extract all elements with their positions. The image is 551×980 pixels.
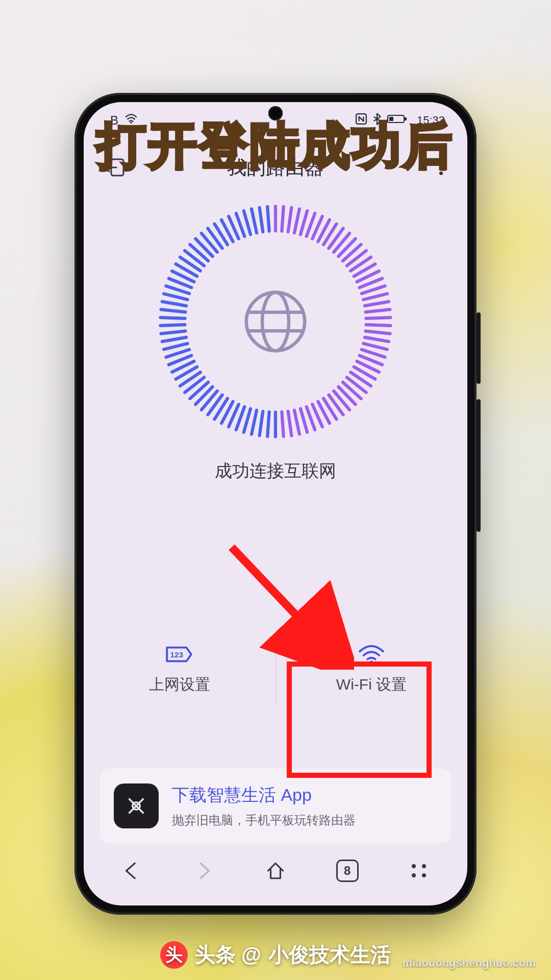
svg-line-53	[260, 411, 263, 436]
svg-line-93	[252, 209, 257, 233]
svg-line-31	[365, 337, 389, 341]
svg-line-52	[267, 412, 269, 436]
svg-line-75	[161, 309, 186, 312]
svg-line-95	[267, 207, 269, 231]
nav-menu-button[interactable]	[404, 855, 435, 886]
svg-line-49	[288, 411, 292, 436]
svg-line-55	[244, 409, 251, 432]
svg-line-70	[164, 344, 188, 350]
svg-line-71	[162, 337, 186, 341]
tile-label: 上网设置	[149, 674, 210, 695]
promo-card[interactable]: 下载智慧生活 App 抛弃旧电脑，手机平板玩转路由器	[99, 768, 452, 844]
annotation-highlight-box	[287, 662, 432, 778]
svg-text:123: 123	[170, 650, 183, 658]
phone-screen: B 15:33 我的	[84, 102, 467, 905]
svg-point-97	[262, 292, 289, 351]
svg-line-25	[363, 293, 387, 300]
svg-line-76	[162, 302, 186, 306]
svg-line-10	[300, 211, 307, 234]
watermark-text: miaodongshenghuo.com	[402, 957, 536, 970]
svg-line-7	[282, 207, 283, 231]
connection-status-text: 成功连接互联网	[215, 459, 336, 483]
svg-point-96	[246, 292, 305, 351]
credit-prefix: 头条 @	[195, 941, 261, 969]
globe-icon	[242, 288, 309, 355]
svg-line-74	[161, 317, 185, 318]
nav-home-button[interactable]	[260, 855, 291, 886]
toutiao-logo-icon: 头	[160, 941, 188, 969]
annotation-arrow	[221, 537, 354, 670]
app-icon	[114, 783, 159, 828]
svg-line-26	[365, 302, 389, 306]
internet-settings-icon: 123	[165, 644, 194, 665]
svg-line-77	[164, 293, 188, 300]
credit-author: 小俊技术生活	[268, 941, 391, 969]
svg-line-94	[260, 208, 263, 232]
browser-nav-bar: 8	[84, 844, 467, 905]
svg-line-50	[282, 412, 283, 436]
svg-line-47	[300, 409, 307, 432]
svg-line-24	[362, 286, 385, 293]
svg-line-48	[294, 410, 299, 434]
svg-line-72	[161, 331, 186, 334]
svg-line-29	[366, 325, 390, 326]
promo-title: 下载智慧生活 App	[172, 783, 356, 807]
nav-back-button[interactable]	[116, 855, 147, 886]
svg-line-92	[244, 211, 251, 234]
svg-line-8	[288, 208, 292, 232]
nav-tabs-button[interactable]: 8	[332, 855, 363, 886]
svg-line-33	[362, 350, 385, 357]
svg-line-54	[252, 410, 257, 434]
svg-line-9	[294, 209, 299, 233]
svg-line-28	[366, 317, 390, 318]
svg-line-78	[166, 286, 189, 293]
phone-body: B 15:33 我的	[74, 93, 477, 915]
promo-subtitle: 抛弃旧电脑，手机平板玩转路由器	[172, 812, 356, 828]
svg-line-27	[366, 309, 390, 312]
phone-side-button	[477, 399, 481, 532]
tutorial-caption: 打开登陆成功后	[0, 113, 551, 180]
svg-line-73	[161, 325, 185, 326]
svg-line-32	[363, 344, 387, 350]
svg-line-100	[232, 547, 329, 649]
connection-dial	[153, 199, 398, 444]
nav-forward-button[interactable]	[188, 855, 219, 886]
svg-line-30	[366, 331, 390, 334]
video-credit: 头 头条 @ 小俊技术生活 miaodongshenghuo.com	[0, 941, 551, 969]
phone-side-button	[477, 312, 481, 384]
svg-line-69	[166, 350, 189, 357]
